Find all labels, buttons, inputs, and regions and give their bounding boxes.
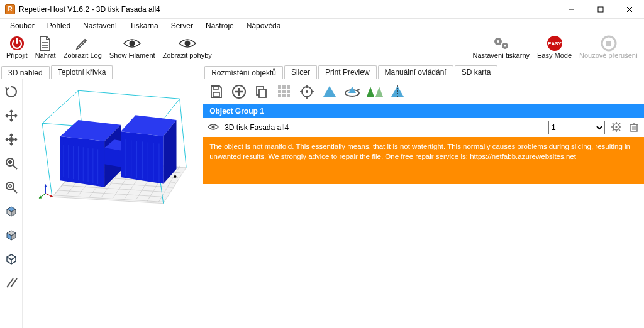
object-name[interactable]: 3D tisk Fasada all4: [225, 123, 543, 132]
minimize-button[interactable]: [557, 0, 586, 19]
copy-icon[interactable]: [252, 82, 271, 101]
mirror-icon[interactable]: [365, 82, 384, 101]
menu-tiskarna[interactable]: Tiskárna: [123, 20, 165, 31]
cut-icon[interactable]: [388, 82, 407, 101]
menu-soubor[interactable]: Soubor: [4, 20, 41, 31]
easy-mode-label: Easy Mode: [537, 52, 572, 59]
object-settings-icon[interactable]: [610, 122, 623, 134]
svg-rect-89: [278, 85, 281, 89]
svg-line-119: [619, 129, 620, 131]
emergency-stop-button[interactable]: Nouzové přerušení: [575, 34, 641, 60]
svg-marker-57: [121, 131, 164, 183]
svg-rect-1: [598, 7, 603, 12]
svg-marker-108: [375, 87, 383, 97]
svg-line-48: [42, 123, 52, 197]
svg-line-121: [613, 129, 614, 131]
maximize-button[interactable]: [586, 0, 615, 19]
menu-pohled[interactable]: Pohled: [41, 20, 77, 31]
app-icon: R: [5, 4, 15, 14]
cube-wire-icon[interactable]: [3, 250, 20, 268]
menu-napoveda[interactable]: Nápověda: [240, 20, 287, 31]
document-icon: [36, 35, 55, 52]
tab-3d-preview[interactable]: 3D náhled: [1, 66, 50, 79]
svg-point-8: [130, 41, 135, 46]
cube-top-icon[interactable]: [3, 202, 20, 220]
tab-slicer[interactable]: Slicer: [284, 65, 317, 79]
view-toolbar: [0, 79, 23, 328]
manifold-warning: The object is not manifold. This essenti…: [203, 137, 644, 184]
grid-icon[interactable]: [275, 82, 294, 101]
right-tabstrip: Rozmístění objektů Slicer Print Preview …: [203, 65, 644, 79]
connect-button[interactable]: Připojit: [3, 34, 31, 60]
svg-rect-83: [213, 92, 219, 97]
tab-manual-control[interactable]: Manuální ovládání: [378, 65, 453, 79]
show-log-button[interactable]: Zobrazit Log: [60, 34, 106, 60]
svg-point-25: [9, 185, 11, 187]
object-group-header[interactable]: Object Group 1: [203, 104, 644, 118]
svg-marker-107: [367, 87, 374, 97]
right-pane: Rozmístění objektů Slicer Print Preview …: [203, 65, 644, 328]
add-icon[interactable]: [230, 82, 248, 101]
svg-rect-91: [287, 85, 290, 89]
close-button[interactable]: [615, 0, 644, 19]
window-title: Repetier-Host V1.6.2 - 3D tisk Fasada al…: [19, 5, 160, 14]
upload-button[interactable]: Nahrát: [31, 34, 60, 60]
stop-icon: [599, 35, 618, 52]
svg-point-81: [174, 175, 176, 178]
easy-icon: EASY: [545, 35, 564, 52]
menu-nastaveni[interactable]: Nastavení: [77, 20, 123, 31]
show-moves-button[interactable]: Zobrazit pohyby: [159, 34, 216, 60]
object-toolbar: [203, 79, 644, 104]
move-z-icon[interactable]: [3, 131, 20, 148]
svg-point-9: [184, 41, 190, 46]
svg-line-50: [180, 99, 186, 167]
svg-rect-88: [259, 89, 266, 97]
pencil-icon: [73, 35, 92, 52]
rotate-icon[interactable]: [343, 82, 362, 101]
show-moves-label: Zobrazit pohyby: [163, 52, 212, 59]
svg-point-23: [6, 182, 14, 190]
scale-icon[interactable]: [320, 82, 339, 101]
svg-rect-82: [213, 86, 218, 89]
connect-label: Připojit: [6, 52, 28, 59]
svg-rect-92: [278, 90, 281, 93]
object-copies-select[interactable]: 1 2 3 4: [548, 121, 605, 134]
3d-viewport[interactable]: [23, 79, 203, 328]
svg-point-99: [306, 90, 308, 93]
cube-front-icon[interactable]: [3, 226, 20, 244]
menu-nastroje[interactable]: Nástroje: [199, 20, 240, 31]
tab-object-placement[interactable]: Rozmístění objektů: [204, 66, 283, 79]
svg-text:EASY: EASY: [548, 41, 562, 46]
eye-icon: [123, 35, 142, 52]
zoom-in-icon[interactable]: [3, 155, 20, 172]
save-icon[interactable]: [207, 82, 226, 101]
svg-rect-93: [282, 90, 286, 93]
visibility-toggle-icon[interactable]: [207, 123, 219, 133]
printer-settings-button[interactable]: Nastavení tiskárny: [469, 34, 533, 60]
move-icon[interactable]: [3, 107, 20, 124]
svg-point-113: [615, 126, 617, 128]
parallel-lines-icon[interactable]: [3, 274, 20, 292]
emergency-stop-label: Nouzové přerušení: [579, 52, 638, 59]
svg-rect-97: [287, 94, 290, 97]
zoom-fit-icon[interactable]: [3, 178, 20, 196]
client-area: 3D náhled Teplotní křivka: [0, 65, 644, 328]
reset-view-icon[interactable]: [3, 83, 20, 101]
svg-line-20: [13, 165, 17, 169]
object-delete-icon[interactable]: [628, 122, 640, 134]
upload-label: Nahrát: [35, 52, 56, 59]
main-toolbar: Připojit Nahrát Zobrazit Log Show Filame…: [0, 33, 644, 65]
svg-rect-94: [287, 90, 290, 93]
svg-rect-96: [282, 94, 286, 97]
svg-rect-90: [282, 85, 286, 89]
tab-print-preview[interactable]: Print Preview: [318, 65, 377, 79]
center-icon[interactable]: [297, 82, 316, 101]
tab-temperature-curve[interactable]: Teplotní křivka: [51, 65, 113, 79]
svg-point-11: [497, 40, 499, 43]
menu-server[interactable]: Server: [165, 20, 199, 31]
eye-icon: [178, 35, 197, 52]
show-filament-button[interactable]: Show Filament: [106, 34, 159, 60]
gears-icon: [492, 35, 511, 52]
easy-mode-button[interactable]: EASY Easy Mode: [533, 34, 575, 60]
tab-sd-card[interactable]: SD karta: [455, 65, 498, 79]
